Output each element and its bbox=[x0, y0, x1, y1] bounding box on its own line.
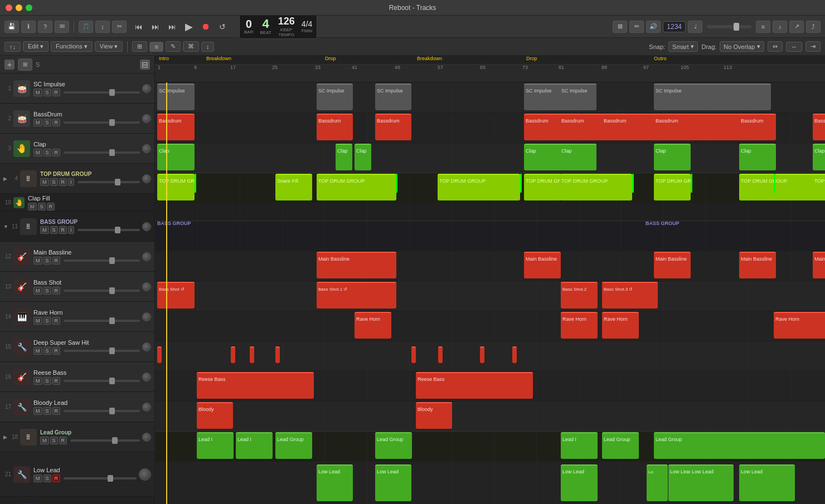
track-volume-16[interactable] bbox=[142, 373, 151, 381]
record-arm-btn-3[interactable]: R bbox=[52, 149, 61, 156]
clip-clap-6[interactable]: Clap bbox=[654, 144, 691, 170]
pencil-tool[interactable]: ✎ bbox=[166, 41, 181, 52]
clip-mainbass-4[interactable]: Main Bassline bbox=[739, 252, 776, 278]
metronome-button[interactable]: 🎵 bbox=[79, 21, 93, 33]
clip-leadi-1[interactable]: Lead I bbox=[197, 432, 234, 459]
clip-clap-7[interactable]: Clap bbox=[739, 144, 776, 170]
solo-btn-15[interactable]: S bbox=[43, 347, 51, 355]
fast-forward-button[interactable]: ⏭ bbox=[148, 21, 163, 33]
track-volume-15[interactable] bbox=[142, 342, 151, 351]
clip-snare-fill[interactable]: Snare Fill bbox=[275, 174, 312, 200]
clip-leadgroup-4[interactable]: Lead Group bbox=[654, 432, 825, 459]
track-volume-11[interactable] bbox=[142, 222, 151, 231]
record-arm-btn-21[interactable]: R bbox=[52, 474, 61, 482]
clip-clap-1[interactable]: Clap bbox=[157, 144, 195, 170]
clip-sc-impulse-3[interactable]: SC Impulse bbox=[375, 84, 411, 110]
info-button[interactable]: ℹ bbox=[21, 21, 36, 33]
rewind-button[interactable]: ⏮ bbox=[131, 21, 147, 33]
mute-btn-2[interactable]: M bbox=[33, 119, 42, 126]
track-fader-14[interactable] bbox=[64, 320, 140, 322]
maximize-button[interactable] bbox=[26, 4, 32, 11]
swipe-tool[interactable]: ⌘ bbox=[183, 41, 199, 52]
clip-deepsaw-8[interactable] bbox=[512, 346, 517, 363]
record-arm-btn-12[interactable]: R bbox=[52, 257, 61, 265]
record-arm-btn-2[interactable]: R bbox=[52, 119, 61, 126]
clip-ravehorn-3[interactable]: Rave Horn bbox=[602, 312, 639, 339]
smart-tool[interactable]: ↕ bbox=[201, 42, 215, 52]
pencil-button[interactable]: ✏ bbox=[629, 21, 644, 33]
mute-btn-11[interactable]: M bbox=[40, 226, 49, 234]
solo-btn-17[interactable]: S bbox=[43, 407, 51, 415]
clip-bassdrum-2[interactable]: Bassdrum bbox=[317, 114, 353, 140]
add-track-button[interactable]: + bbox=[4, 60, 14, 70]
clip-deepsaw-7[interactable] bbox=[480, 346, 484, 363]
clip-deepsaw-1[interactable] bbox=[157, 346, 162, 363]
clip-lowlead-2[interactable]: Low Lead bbox=[375, 464, 411, 501]
clip-reesebass-2[interactable]: Reese Bass bbox=[416, 372, 533, 399]
clip-sc-impulse-1[interactable]: SC Impulse bbox=[157, 84, 195, 110]
clip-mainbass-1[interactable]: Main Bassline bbox=[317, 252, 396, 278]
clip-leadi-2[interactable]: Lead I bbox=[236, 432, 273, 459]
settings-button[interactable]: ⊟ bbox=[140, 60, 150, 70]
clip-clap-2[interactable]: Clap bbox=[336, 144, 352, 170]
track-volume-18[interactable] bbox=[142, 433, 151, 442]
clip-leadgroup-1[interactable]: Lead Group bbox=[275, 432, 312, 459]
track-fader-11[interactable] bbox=[77, 229, 140, 231]
clip-lowlead-4[interactable]: Lo bbox=[647, 464, 668, 501]
record-arm-btn-16[interactable]: R bbox=[52, 377, 61, 385]
clip-mainbass-2[interactable]: Main Bassline bbox=[524, 252, 561, 278]
track-fader-2[interactable] bbox=[64, 121, 140, 124]
solo-btn-16[interactable]: S bbox=[43, 377, 51, 385]
list-view-button[interactable]: ≡ bbox=[756, 21, 770, 33]
zoom-out-button[interactable]: ↔ bbox=[786, 42, 802, 52]
clip-lowlead-7[interactable]: Low Lead bbox=[690, 464, 734, 501]
clip-ravehorn-4[interactable]: Rave Horn bbox=[774, 312, 825, 339]
solo-btn-13[interactable]: S bbox=[43, 287, 51, 295]
clip-tdg-8[interactable]: TOP DRUM GROUP bbox=[813, 174, 825, 200]
record-arm-btn-18[interactable]: R bbox=[59, 437, 67, 444]
track-fader-13[interactable] bbox=[64, 290, 140, 292]
clip-deepsaw-4[interactable] bbox=[275, 346, 280, 363]
solo-btn-4[interactable]: S bbox=[50, 178, 58, 186]
mute-btn-3[interactable]: M bbox=[33, 149, 42, 156]
disclosure-18[interactable]: ▶ bbox=[3, 434, 9, 440]
record-arm-btn-14[interactable]: R bbox=[52, 317, 61, 325]
clip-deepsaw-5[interactable] bbox=[411, 346, 416, 363]
track-fader-3[interactable] bbox=[64, 151, 140, 154]
mute-btn-4[interactable]: M bbox=[40, 178, 49, 186]
clip-leadgroup-3[interactable]: Lead Group bbox=[602, 432, 639, 459]
track-fader-21[interactable] bbox=[64, 477, 137, 479]
fit-button[interactable]: ⇥ bbox=[805, 41, 821, 52]
snap-select[interactable]: Smart ▾ bbox=[668, 41, 698, 52]
record-arm-btn-13[interactable]: R bbox=[52, 287, 61, 295]
tuning-button[interactable]: ♩ bbox=[688, 21, 702, 33]
clip-tdg-6[interactable]: TOP DRUM GR bbox=[654, 174, 691, 200]
master-volume-slider[interactable] bbox=[707, 25, 751, 28]
clip-clap-3[interactable]: Clap bbox=[355, 144, 371, 170]
clip-bloodylead-2[interactable]: Bloody bbox=[416, 402, 452, 429]
clip-sc-impulse-2[interactable]: SC Impulse bbox=[317, 84, 353, 110]
clip-bassshot-4[interactable]: Bass Shot.3 ↺ bbox=[602, 282, 658, 309]
clip-tdg-1[interactable]: TOP DRUM GR bbox=[157, 174, 195, 200]
functions-menu[interactable]: Functions ▾ bbox=[51, 41, 93, 52]
arrow-tool[interactable]: ↑↓ bbox=[4, 42, 21, 52]
mute-btn-16[interactable]: M bbox=[33, 377, 42, 385]
record-arm-btn-17[interactable]: R bbox=[52, 407, 61, 415]
clip-bassshot-1[interactable]: Bass Shot ↺ bbox=[157, 282, 195, 309]
record-arm-btn-15[interactable]: R bbox=[52, 347, 61, 355]
solo-btn-11[interactable]: S bbox=[50, 226, 58, 234]
clip-bassdrum-6[interactable]: Bassdrum bbox=[602, 114, 639, 140]
clip-bassdrum-9[interactable]: Bassdrum bbox=[813, 114, 825, 140]
score-button[interactable]: ♪ bbox=[773, 21, 787, 33]
play-button[interactable]: ▶ bbox=[181, 21, 197, 33]
clip-lowlead-6[interactable]: Low Lead bbox=[739, 464, 795, 501]
clip-bassdrum-5[interactable]: Bassdrum bbox=[560, 114, 596, 140]
clip-bassdrum-8[interactable]: Bassdrum bbox=[739, 114, 776, 140]
solo-btn-1[interactable]: S bbox=[43, 89, 51, 96]
clip-reesebass-1[interactable]: Reese Bass bbox=[197, 372, 314, 399]
clip-sc-impulse-5[interactable]: SC Impulse bbox=[560, 84, 596, 110]
clip-bloodylead-1[interactable]: Bloody bbox=[197, 402, 233, 429]
clip-lowlead-1[interactable]: Low Lead bbox=[317, 464, 353, 501]
track-volume-14[interactable] bbox=[142, 312, 151, 321]
track-fader-4[interactable] bbox=[77, 181, 140, 183]
